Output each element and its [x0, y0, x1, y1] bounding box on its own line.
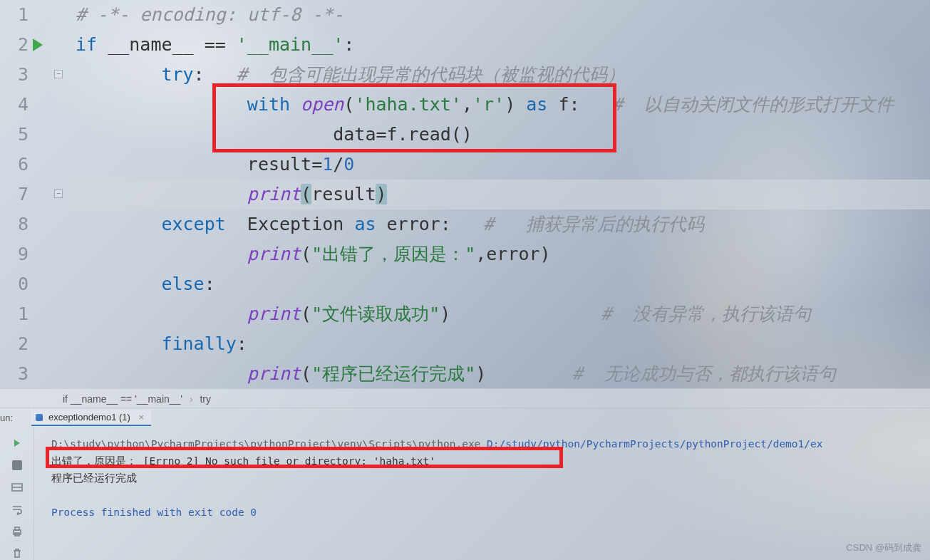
svg-rect-4 [15, 527, 19, 530]
punct: : [194, 64, 205, 85]
keyword: try [161, 64, 193, 85]
code-line[interactable]: with open('haha.txt','r') as f: # 以自动关闭文… [71, 90, 930, 120]
string: '__main__' [237, 34, 344, 55]
line-number: 6 [0, 150, 29, 180]
soft-wrap-icon[interactable] [9, 504, 25, 516]
line-number: 8 [0, 209, 29, 239]
punct: : [343, 34, 354, 55]
code-line[interactable]: if __name__ == '__main__': [71, 30, 930, 60]
expression: result= [247, 154, 322, 175]
punct: : [205, 274, 215, 294]
console-line: D:/study/python/PycharmProjects/pythonPr… [487, 438, 822, 450]
breadcrumb-bar: if __name__ == '__main__' › try [0, 388, 930, 408]
builtin: print [247, 184, 301, 204]
run-tool-window: un: exceptiondemo1 (1) × D:\study\python… [0, 408, 930, 560]
print-icon[interactable] [9, 526, 25, 538]
run-toolbar [0, 408, 34, 560]
identifier: error: [387, 214, 451, 234]
breadcrumb-item[interactable]: try [200, 393, 211, 405]
svg-rect-0 [12, 460, 22, 470]
line-number: 3 [0, 60, 29, 90]
line-number: 9 [0, 239, 29, 269]
builtin: print [247, 304, 301, 324]
run-gutter-icon[interactable] [33, 38, 43, 51]
builtin: open [301, 94, 343, 115]
expression: ,error) [475, 244, 550, 264]
comment-text: # 以自动关闭文件的形式打开文件 [612, 94, 894, 115]
code-line[interactable]: except Exception as error: # 捕获异常后的执行代码 [71, 209, 930, 239]
code-line[interactable]: result=1/0 [71, 150, 930, 180]
line-number: 2 [0, 329, 29, 359]
keyword: with [247, 94, 290, 115]
matching-paren: ) [376, 184, 386, 204]
line-gutter: 1 2 3 − 4 5 6 7 − 8 9 0 1 2 3 [0, 0, 68, 388]
keyword: if [76, 34, 97, 55]
string: 'r' [472, 94, 505, 115]
identifier: f: [558, 94, 579, 115]
number: 0 [343, 154, 354, 175]
keyword: except [161, 214, 225, 234]
keyword: finally [161, 333, 236, 354]
keyword: as [354, 214, 376, 234]
fold-toggle[interactable]: − [54, 70, 63, 78]
console-output[interactable]: D:\study\python\PycharmProjects\pythonPr… [34, 408, 930, 560]
code-line[interactable]: # -*- encoding: utf-8 -*- [71, 0, 930, 30]
comment-text: # 无论成功与否，都执行该语句 [572, 363, 836, 384]
code-line[interactable]: print("文件读取成功") # 没有异常，执行该语句 [71, 299, 930, 329]
builtin: print [247, 244, 301, 264]
chevron-right-icon: › [190, 393, 193, 405]
console-line: 程序已经运行完成 [51, 472, 137, 484]
run-config-tab[interactable]: exceptiondemo1 (1) × [31, 410, 151, 426]
fold-toggle[interactable]: − [54, 190, 63, 198]
line-number: 0 [0, 269, 29, 299]
string: 'haha.txt' [354, 94, 462, 115]
comment-text: # 包含可能出现异常的代码块（被监视的代码） [237, 64, 625, 85]
code-line[interactable]: try: # 包含可能出现异常的代码块（被监视的代码） [71, 60, 930, 90]
punct: : [237, 333, 247, 354]
code-area[interactable]: # -*- encoding: utf-8 -*- if __name__ ==… [71, 0, 930, 388]
number: 1 [322, 154, 333, 175]
code-editor[interactable]: 1 2 3 − 4 5 6 7 − 8 9 0 1 2 3 # -*- enco… [0, 0, 930, 388]
close-icon[interactable]: × [139, 412, 145, 422]
identifier: __name__ [108, 34, 193, 55]
code-line[interactable]: data=f.read() [71, 120, 930, 150]
code-line-current[interactable]: print(result) [71, 180, 930, 209]
code-line[interactable]: print("程序已经运行完成") # 无论成功与否，都执行该语句 [71, 359, 930, 388]
string: "文件读取成功" [311, 304, 440, 324]
line-number: 2 [0, 30, 29, 60]
keyword: as [526, 94, 547, 115]
layout-icon[interactable] [9, 481, 25, 493]
operator: == [194, 34, 237, 55]
line-number: 5 [0, 120, 29, 150]
console-exit-line: Process finished with exit code 0 [51, 507, 257, 518]
breadcrumb-item[interactable]: if __name__ == '__main__' [63, 393, 182, 405]
keyword: else [161, 274, 204, 294]
string: "程序已经运行完成" [311, 363, 475, 384]
operator: / [333, 154, 343, 175]
expression: data=f.read() [333, 124, 472, 145]
code-line[interactable]: finally: [71, 329, 930, 359]
comment-text: # 捕获异常后的执行代码 [483, 214, 704, 234]
line-number: 3 [0, 359, 29, 388]
console-line: D:\study\python\PycharmProjects\pythonPr… [51, 438, 487, 450]
class-name: Exception [247, 214, 343, 234]
comment-text: # -*- encoding: utf-8 -*- [76, 4, 343, 25]
rerun-icon[interactable] [9, 437, 25, 449]
string: "出错了，原因是：" [311, 244, 475, 264]
matching-paren: ( [301, 184, 311, 204]
line-number: 1 [0, 299, 29, 329]
stop-icon[interactable] [9, 459, 25, 471]
line-number: 4 [0, 90, 29, 120]
line-number: 1 [0, 0, 29, 30]
run-label: un: [0, 413, 13, 423]
code-line[interactable]: print("出错了，原因是：",error) [71, 239, 930, 269]
run-tab-label: exceptiondemo1 (1) [48, 412, 130, 422]
line-number: 7 [0, 180, 29, 209]
trash-icon[interactable] [9, 548, 25, 560]
code-line[interactable]: else: [71, 269, 930, 299]
comment-text: # 没有异常，执行该语句 [601, 304, 811, 324]
builtin: print [247, 363, 301, 384]
console-error-line: 出错了，原因是： [Errno 2] No such file or direc… [51, 455, 435, 467]
identifier: result [311, 184, 376, 204]
watermark-text: CSDN @码到成龚 [846, 541, 921, 554]
